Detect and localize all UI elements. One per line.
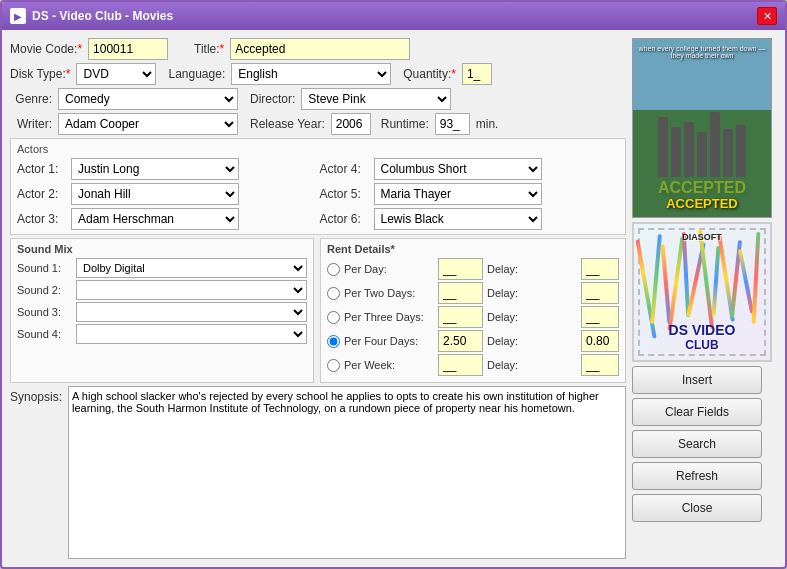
per-three-days-input[interactable] <box>438 306 483 328</box>
refresh-button[interactable]: Refresh <box>632 462 762 490</box>
close-window-button[interactable]: ✕ <box>757 7 777 25</box>
runtime-suffix: min. <box>476 117 499 131</box>
per-week-delay-input[interactable] <box>581 354 619 376</box>
actor5-label: Actor 5: <box>320 187 368 201</box>
per-day-delay-input[interactable] <box>581 258 619 280</box>
actors-section: Actors Actor 1: Justin Long Actor 4: <box>10 138 626 235</box>
per-two-days-radio[interactable] <box>327 287 340 300</box>
per-two-days-delay-input[interactable] <box>581 282 619 304</box>
poster-title: ACCEPTED <box>633 196 771 211</box>
runtime-input[interactable]: 93_ <box>435 113 470 135</box>
sound1-select[interactable]: Dolby Digital <box>76 258 307 278</box>
main-layout: Movie Code:* 100011 Title:* Accepted Dis… <box>10 38 777 559</box>
actors-title: Actors <box>17 143 619 155</box>
per-three-days-delay-label: Delay: <box>487 311 577 323</box>
per-week-label: Per Week: <box>344 359 434 371</box>
per-four-days-label: Per Four Days: <box>344 335 434 347</box>
actor3-select[interactable]: Adam Herschman <box>71 208 239 230</box>
actor3-label: Actor 3: <box>17 212 65 226</box>
synopsis-label: Synopsis: <box>10 386 62 559</box>
form-panel: Movie Code:* 100011 Title:* Accepted Dis… <box>10 38 626 559</box>
per-two-days-row: Per Two Days: Delay: <box>327 282 619 304</box>
per-week-row: Per Week: Delay: <box>327 354 619 376</box>
sound3-label: Sound 3: <box>17 306 72 318</box>
writer-select[interactable]: Adam Cooper <box>58 113 238 135</box>
per-day-radio[interactable] <box>327 263 340 276</box>
close-button[interactable]: Close <box>632 494 762 522</box>
genre-select[interactable]: Comedy <box>58 88 238 110</box>
actions-panel: Insert Clear Fields Search Refresh Close <box>632 366 777 522</box>
actors-grid: Actor 1: Justin Long Actor 4: Columbus S… <box>17 158 619 230</box>
actor4-label: Actor 4: <box>320 162 368 176</box>
actor6-row: Actor 6: Lewis Black <box>320 208 620 230</box>
quantity-input[interactable]: 1_ <box>462 63 492 85</box>
main-window: ▶ DS - Video Club - Movies ✕ Movie Code:… <box>0 0 787 569</box>
sound2-select[interactable] <box>76 280 307 300</box>
movie-code-input[interactable]: 100011 <box>88 38 168 60</box>
title-label: Title:* <box>194 42 224 56</box>
per-day-input[interactable] <box>438 258 483 280</box>
logo-panel: DIASOFT DS VIDEO CLUB <box>632 222 772 362</box>
sound1-label: Sound 1: <box>17 262 72 274</box>
language-label: Language: <box>168 67 225 81</box>
sound4-select[interactable] <box>76 324 307 344</box>
actor2-select[interactable]: Jonah Hill <box>71 183 239 205</box>
per-four-days-input[interactable]: 2.50 <box>438 330 483 352</box>
director-select[interactable]: Steve Pink <box>301 88 451 110</box>
per-two-days-input[interactable] <box>438 282 483 304</box>
content-area: Movie Code:* 100011 Title:* Accepted Dis… <box>2 30 785 567</box>
sound4-row: Sound 4: <box>17 324 307 344</box>
actor5-select[interactable]: Maria Thayer <box>374 183 542 205</box>
poster-tagline: when every college turned them down — th… <box>633 45 771 59</box>
runtime-label: Runtime: <box>381 117 429 131</box>
sound2-row: Sound 2: <box>17 280 307 300</box>
director-label: Director: <box>250 92 295 106</box>
movie-code-label: Movie Code:* <box>10 42 82 56</box>
genre-row: Genre: Comedy Director: Steve Pink <box>10 88 626 110</box>
per-week-input[interactable] <box>438 354 483 376</box>
actor6-label: Actor 6: <box>320 212 368 226</box>
per-two-days-label: Per Two Days: <box>344 287 434 299</box>
per-week-delay-label: Delay: <box>487 359 577 371</box>
disk-type-select[interactable]: DVD <box>76 63 156 85</box>
per-day-label: Per Day: <box>344 263 434 275</box>
sound3-select[interactable] <box>76 302 307 322</box>
synopsis-textarea[interactable]: A high school slacker who's rejected by … <box>68 386 626 559</box>
bottom-panels: Sound Mix Sound 1: Dolby Digital Sound 2… <box>10 238 626 383</box>
clear-fields-button[interactable]: Clear Fields <box>632 398 762 426</box>
insert-button[interactable]: Insert <box>632 366 762 394</box>
title-bar: ▶ DS - Video Club - Movies ✕ <box>2 2 785 30</box>
rent-title: Rent Details* <box>327 243 619 255</box>
per-four-days-delay-input[interactable]: 0.80 <box>581 330 619 352</box>
logo-diasoft: DIASOFT <box>682 232 722 242</box>
sound2-label: Sound 2: <box>17 284 72 296</box>
title-bar-left: ▶ DS - Video Club - Movies <box>10 8 173 24</box>
disk-type-label: Disk Type:* <box>10 67 70 81</box>
language-select[interactable]: English <box>231 63 391 85</box>
writer-row: Writer: Adam Cooper Release Year: 2006 R… <box>10 113 626 135</box>
per-four-days-radio[interactable] <box>327 335 340 348</box>
sound1-row: Sound 1: Dolby Digital <box>17 258 307 278</box>
movie-code-row: Movie Code:* 100011 Title:* Accepted <box>10 38 626 60</box>
release-year-input[interactable]: 2006 <box>331 113 371 135</box>
sound-title: Sound Mix <box>17 243 307 255</box>
release-year-label: Release Year: <box>250 117 325 131</box>
movie-poster: ACCEPTED when every college turned them … <box>632 38 772 218</box>
quantity-label: Quantity:* <box>403 67 456 81</box>
actor1-select[interactable]: Justin Long <box>71 158 239 180</box>
actor3-row: Actor 3: Adam Herschman <box>17 208 317 230</box>
rent-section: Rent Details* Per Day: Delay: Per Two Da… <box>320 238 626 383</box>
app-icon: ▶ <box>10 8 26 24</box>
search-button[interactable]: Search <box>632 430 762 458</box>
disk-type-row: Disk Type:* DVD Language: English Quanti… <box>10 63 626 85</box>
genre-label: Genre: <box>10 92 52 106</box>
per-week-radio[interactable] <box>327 359 340 372</box>
actor6-select[interactable]: Lewis Black <box>374 208 542 230</box>
per-three-days-row: Per Three Days: Delay: <box>327 306 619 328</box>
window-title: DS - Video Club - Movies <box>32 9 173 23</box>
actor4-select[interactable]: Columbus Short <box>374 158 542 180</box>
per-three-days-delay-input[interactable] <box>581 306 619 328</box>
per-day-delay-label: Delay: <box>487 263 577 275</box>
per-three-days-radio[interactable] <box>327 311 340 324</box>
title-input[interactable]: Accepted <box>230 38 410 60</box>
